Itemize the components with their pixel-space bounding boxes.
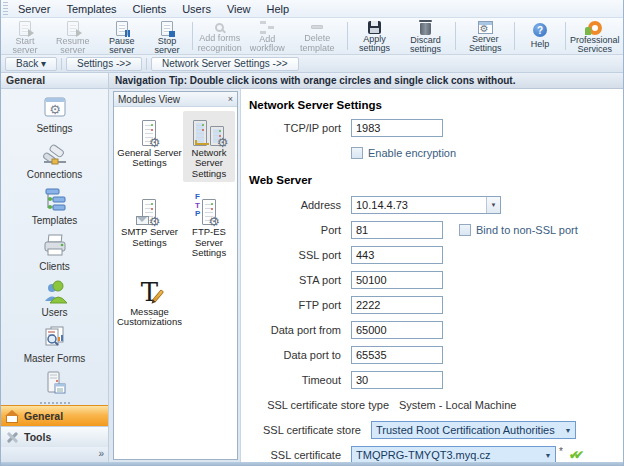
menu-clients[interactable]: Clients <box>125 2 175 16</box>
floppy-disk-icon <box>368 21 381 34</box>
enable-encryption-checkbox[interactable] <box>351 147 363 159</box>
toolbar-separator <box>455 22 456 50</box>
section-title-network-server-settings: Network Server Settings <box>249 99 617 111</box>
form-row: Address 10.14.4.73 ▼ <box>249 196 617 214</box>
close-icon[interactable]: × <box>228 94 233 104</box>
pause-server-icon <box>116 21 128 36</box>
menu-view[interactable]: View <box>219 2 259 16</box>
add-workflow-button[interactable]: Add workflow <box>244 19 291 53</box>
address-combo[interactable]: 10.14.4.73 ▼ <box>351 196 501 214</box>
ftp-server-icon: FTP ⚙ <box>202 193 216 225</box>
ssl-cert-store-combo[interactable]: Trusted Root Certification Authorities ▼ <box>371 421 576 439</box>
network-server-icon: ⚙ <box>193 114 224 146</box>
toolbar-separator <box>347 22 348 50</box>
server-settings-button[interactable]: ⚙ Server Settings <box>459 19 511 53</box>
ssl-port-input[interactable] <box>351 246 443 264</box>
chevron-down-icon[interactable]: ▼ <box>486 197 500 213</box>
life-ring-icon <box>588 21 602 35</box>
modules-view-panel: Modules View × ⚙ General Server Settings <box>113 91 238 460</box>
workflow-icon <box>260 21 274 34</box>
module-smtp-server-settings[interactable]: ⚙ SMTP Server Settings <box>116 190 183 261</box>
start-server-button[interactable]: Start server <box>3 19 47 53</box>
connections-plug-icon <box>41 141 69 167</box>
chevron-down-icon[interactable]: ▼ <box>541 447 555 462</box>
back-button[interactable]: Back ▾ <box>5 57 57 71</box>
sidebar-item-clients[interactable]: Clients <box>9 231 101 275</box>
toolbar-separator <box>192 22 193 50</box>
enable-encryption-checkbox-row: Enable encryption <box>351 147 456 159</box>
port-input[interactable] <box>351 221 443 239</box>
templates-flowchart-icon <box>41 187 69 213</box>
master-forms-documents-icon <box>41 325 69 351</box>
toolbar-separator <box>514 22 515 50</box>
section-title-web-server: Web Server <box>249 174 617 186</box>
modules-view-title: Modules View <box>118 94 180 105</box>
form-row: Timeout <box>249 371 617 389</box>
menu-bar: Server Templates Clients Users View Help <box>1 0 623 18</box>
menu-help[interactable]: Help <box>259 2 298 16</box>
expand-chevrons-icon[interactable]: » <box>98 447 104 460</box>
toolbar: Start server Resume server Pause server … <box>1 18 623 55</box>
sidebar-tab-tools[interactable]: Tools <box>1 426 108 447</box>
ssl-certificate-combo[interactable]: TMQPRG-TMYQT3.myq.cz ▼ <box>351 446 556 462</box>
navigation-tip: Navigation Tip: Double click icons with … <box>109 73 623 89</box>
general-server-icon: ⚙ <box>142 114 156 146</box>
sidebar-item-list: ⚙ Settings Connections Templates <box>1 89 108 400</box>
delete-template-button[interactable]: Delete template <box>291 19 344 53</box>
breadcrumb-settings[interactable]: Settings ->> <box>66 57 142 71</box>
sidebar-item-users[interactable]: Users <box>9 277 101 321</box>
professional-services-button[interactable]: Professional Services <box>569 19 621 53</box>
data-port-from-input[interactable] <box>351 321 443 339</box>
sidebar: General ⚙ Settings Connections <box>1 73 109 462</box>
form-row: Port Bind to non-SSL port <box>249 221 617 239</box>
resume-server-button[interactable]: Resume server <box>47 19 99 53</box>
sta-port-input[interactable] <box>351 271 443 289</box>
sidebar-item-settings[interactable]: ⚙ Settings <box>9 93 101 137</box>
tcpip-port-input[interactable] <box>351 119 443 137</box>
data-port-to-input[interactable] <box>351 346 443 364</box>
house-icon <box>5 410 19 423</box>
sidebar-item-templates[interactable]: Templates <box>9 185 101 229</box>
timeout-input[interactable] <box>351 371 443 389</box>
tools-icon <box>5 431 19 444</box>
sidebar-footer-strip: » <box>1 447 108 462</box>
cert-store-type-value: System - Local Machine <box>399 399 516 411</box>
module-network-server-settings[interactable]: ⚙ Network Server Settings <box>183 111 235 182</box>
minus-icon <box>311 21 323 33</box>
discard-settings-button[interactable]: Discard settings <box>399 19 453 53</box>
sidebar-tab-general[interactable]: General <box>1 405 108 426</box>
smtp-server-icon: ⚙ <box>142 193 156 225</box>
users-person-icon <box>41 279 69 305</box>
help-icon: ? <box>533 21 547 39</box>
menu-templates[interactable]: Templates <box>58 2 124 16</box>
clients-printer-icon <box>41 233 69 259</box>
help-button[interactable]: ? Help <box>518 19 562 53</box>
sidebar-item-master-forms[interactable]: Master Forms <box>9 323 101 367</box>
sidebar-item-log[interactable]: Log <box>9 369 101 400</box>
apply-settings-button[interactable]: Apply settings <box>350 19 398 53</box>
form-row: STA port <box>249 271 617 289</box>
form-row: SSL port <box>249 246 617 264</box>
module-general-server-settings[interactable]: ⚙ General Server Settings <box>116 111 183 182</box>
breadcrumb-network-server-settings[interactable]: Network Server Settings ->> <box>151 57 299 71</box>
module-ftp-es-server-settings[interactable]: FTP ⚙ FTP-ES Server Settings <box>183 190 235 261</box>
magnifier-plus-icon <box>215 21 224 33</box>
chevron-down-icon: ▾ <box>41 58 46 69</box>
bind-non-ssl-checkbox[interactable] <box>459 224 471 236</box>
add-forms-recognition-button[interactable]: Add forms recognition <box>196 19 244 53</box>
ftp-port-input[interactable] <box>351 296 443 314</box>
menu-server[interactable]: Server <box>10 2 58 16</box>
menu-users[interactable]: Users <box>174 2 219 16</box>
toolbar-separator <box>565 22 566 50</box>
pause-server-button[interactable]: Pause server <box>99 19 145 53</box>
form-row: SSL certificate store Trusted Root Certi… <box>249 421 617 439</box>
trash-icon <box>420 21 431 35</box>
chevron-down-icon[interactable]: ▼ <box>561 422 575 438</box>
module-message-customizations[interactable]: T Message Customizations <box>116 270 183 331</box>
stop-server-button[interactable]: Stop server <box>145 19 189 53</box>
svg-text:⚙: ⚙ <box>49 102 61 117</box>
resume-server-icon <box>67 21 79 36</box>
sidebar-item-connections[interactable]: Connections <box>9 139 101 183</box>
breadcrumb: Back ▾ Settings ->> Network Server Setti… <box>1 55 623 73</box>
text-pencil-icon: T <box>141 273 158 305</box>
